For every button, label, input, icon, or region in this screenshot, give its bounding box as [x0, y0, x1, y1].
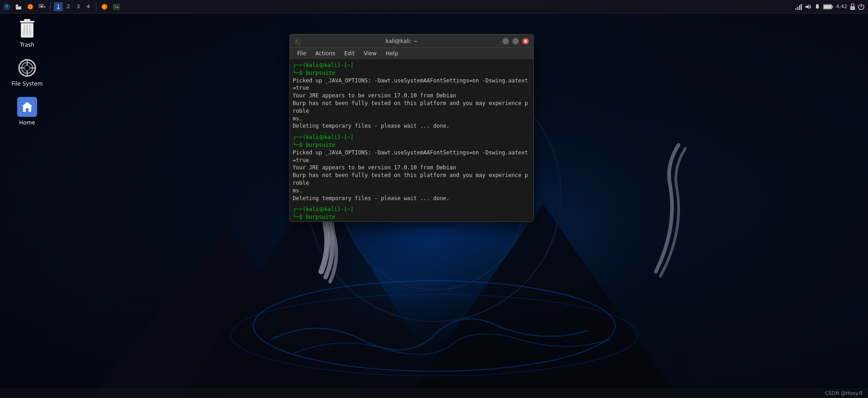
terminal-block-2: ┌──(kali㉿kali)-[~] └─$ burpsuite Picked …: [293, 134, 531, 202]
term-out-1-2: Your JRE appears to be version 17.0.10 f…: [293, 92, 531, 100]
trash-icon-desktop[interactable]: Trash: [9, 18, 45, 48]
term-out-2-5: Deleting temporary files - please wait .…: [293, 195, 531, 202]
term-cmd-1: └─$ burpsuite: [293, 69, 531, 77]
svg-rect-37: [24, 19, 30, 21]
terminal-block-3: ┌──(kali㉿kali)-[~] └─$ burpsuite Picked …: [293, 206, 531, 221]
term-out-1-1: Picked up _JAVA_OPTIONS: -Dawt.useSystem…: [293, 77, 531, 92]
home-icon-wrapper: [17, 97, 37, 117]
lock-icon[interactable]: [850, 4, 855, 10]
taskbar-left: ▶ 1 2 3 4 $: [0, 2, 121, 12]
svg-rect-32: [824, 5, 831, 9]
svg-rect-11: [16, 7, 21, 10]
svg-rect-27: [799, 5, 800, 10]
svg-line-40: [24, 25, 24, 36]
terminal-titlebar: $ kali@kali: ~: [290, 34, 533, 48]
power-icon[interactable]: [858, 4, 864, 10]
menu-actions[interactable]: Actions: [312, 49, 339, 58]
window-btn-close[interactable]: [522, 38, 529, 44]
svg-rect-24: [117, 7, 119, 8]
svg-rect-26: [797, 7, 798, 10]
svg-rect-25: [795, 8, 797, 10]
battery-icon[interactable]: [823, 4, 833, 10]
svg-point-45: [24, 65, 30, 71]
term-cmd-3: └─$ burpsuite: [293, 213, 531, 221]
svg-text:$: $: [114, 5, 116, 9]
taskbar-sep-2: [96, 2, 96, 11]
menu-view[interactable]: View: [360, 49, 380, 58]
term-out-2-3: Burp has not been fully tested on this p…: [293, 172, 531, 187]
kali-menu-icon[interactable]: [2, 2, 12, 12]
terminal-window: $ kali@kali: ~ File Actions Edit View He…: [289, 34, 534, 222]
workspace-buttons: 1 2 3 4: [54, 2, 93, 11]
term-out-3-1: Picked up _JAVA_OPTIONS: -Dawt.useSystem…: [293, 221, 531, 221]
svg-rect-28: [801, 4, 802, 10]
statusbar: CSDN @Hoxy.R: [0, 388, 868, 398]
terminal-titlebar-icon: $: [294, 38, 301, 44]
term-prompt-3: ┌──(kali㉿kali)-[~]: [293, 206, 531, 213]
terminal-menubar: File Actions Edit View Help: [290, 48, 533, 59]
statusbar-text: CSDN @Hoxy.R: [825, 390, 863, 396]
trash-icon-img: [16, 18, 38, 40]
menu-file[interactable]: File: [294, 49, 310, 58]
firefox-icon[interactable]: [100, 2, 109, 12]
desktop-icons: Trash File System: [9, 18, 45, 126]
home-label: Home: [19, 120, 35, 126]
trash-svg: [18, 18, 36, 40]
menu-edit[interactable]: Edit: [341, 49, 358, 58]
home-icon-desktop[interactable]: Home: [9, 96, 45, 126]
svg-marker-29: [806, 5, 809, 9]
terminal-title: kali@kali: ~: [304, 38, 499, 44]
close-x-icon: [524, 39, 527, 43]
terminal-taskbar-icon[interactable]: $: [111, 2, 121, 12]
files-icon[interactable]: [14, 2, 24, 12]
clock-time: 4:42: [836, 4, 847, 10]
home-svg: [21, 101, 33, 113]
window-btn-maximize[interactable]: [512, 38, 519, 44]
term-cmd-2: └─$ burpsuite: [293, 141, 531, 149]
svg-text:$: $: [296, 39, 298, 43]
term-out-1-4: ms.: [293, 115, 531, 123]
term-out-1-3: Burp has not been fully tested on this p…: [293, 100, 531, 115]
taskbar: ▶ 1 2 3 4 $: [0, 0, 868, 14]
workspace-1[interactable]: 1: [54, 2, 63, 11]
filesystem-svg: [16, 59, 38, 77]
clock[interactable]: 4:42: [836, 4, 847, 10]
svg-text:▶: ▶: [41, 5, 43, 8]
svg-rect-10: [16, 5, 18, 6]
svg-rect-12: [15, 6, 22, 7]
term-out-2-4: ms.: [293, 187, 531, 195]
taskbar-right: 4:42: [795, 4, 868, 10]
workspace-3[interactable]: 3: [74, 2, 83, 11]
browser-icon[interactable]: [25, 2, 35, 12]
svg-point-15: [30, 6, 31, 7]
volume-icon[interactable]: [805, 4, 811, 10]
workspace-2[interactable]: 2: [64, 2, 73, 11]
svg-point-21: [104, 6, 105, 8]
network-icon[interactable]: [795, 4, 802, 10]
terminal-block-1: ┌──(kali㉿kali)-[~] └─$ burpsuite Picked …: [293, 62, 531, 130]
filesystem-icon-img: [16, 57, 38, 79]
terminal-icon-svg: $: [294, 38, 301, 44]
filesystem-icon-desktop[interactable]: File System: [9, 57, 45, 87]
term-out-2-1: Picked up _JAVA_OPTIONS: -Dawt.useSystem…: [293, 149, 531, 164]
filesystem-label: File System: [12, 81, 43, 87]
trash-label: Trash: [20, 42, 34, 48]
window-btn-minimize[interactable]: [503, 38, 509, 44]
svg-line-42: [30, 25, 30, 36]
home-icon-img: [16, 96, 38, 118]
taskbar-sep-1: [50, 2, 51, 11]
term-prompt-1: ┌──(kali㉿kali)-[~]: [293, 62, 531, 69]
svg-point-35: [852, 7, 854, 9]
workspace-4[interactable]: 4: [84, 2, 93, 11]
menu-help[interactable]: Help: [382, 49, 402, 58]
svg-rect-30: [817, 8, 818, 9]
svg-marker-50: [22, 102, 33, 112]
term-out-2-2: Your JRE appears to be version 17.0.10 f…: [293, 164, 531, 172]
term-out-1-5: Deleting temporary files - please wait .…: [293, 122, 531, 130]
term-prompt-2: ┌──(kali㉿kali)-[~]: [293, 134, 531, 141]
svg-rect-33: [832, 6, 833, 8]
terminal-body[interactable]: ┌──(kali㉿kali)-[~] └─$ burpsuite Picked …: [290, 59, 533, 221]
screenshot-icon[interactable]: ▶: [37, 2, 47, 12]
notification-icon[interactable]: [814, 4, 821, 10]
